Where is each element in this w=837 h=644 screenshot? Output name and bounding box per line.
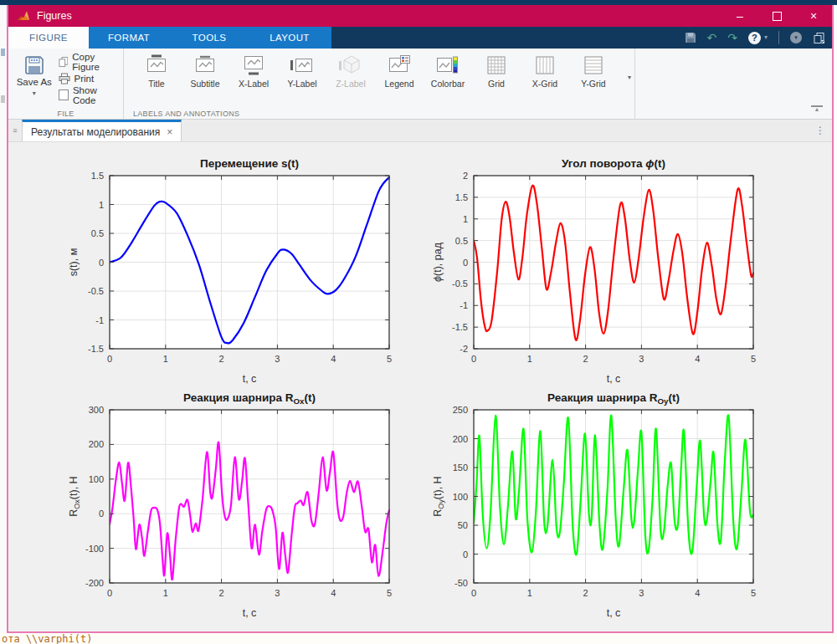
show-code-checkbox[interactable]: Show Code xyxy=(59,88,120,102)
svg-text:200: 200 xyxy=(453,434,468,444)
collapse-ribbon-button[interactable]: ▲ xyxy=(810,105,824,112)
ribbon-button-ylabel[interactable]: Y-Label xyxy=(278,53,326,90)
svg-text:5: 5 xyxy=(387,354,392,364)
plot-rotation-angle: 012345-2-1.5-1-0.500.511.52Угол поворота… xyxy=(424,152,778,387)
xgrid-icon xyxy=(532,54,557,76)
svg-text:-1.5: -1.5 xyxy=(88,344,104,354)
help-icon[interactable]: ? ▾ xyxy=(748,32,768,44)
labels-more-button[interactable]: ▾ xyxy=(628,74,631,81)
maximize-button[interactable] xyxy=(758,5,795,27)
svg-text:1: 1 xyxy=(163,354,168,364)
svg-text:5: 5 xyxy=(387,588,392,598)
svg-text:ϕ(t), рад: ϕ(t), рад xyxy=(432,242,444,282)
labels-buttons: TitleSubtitleX-LabelY-LabelZ-LabelLegend… xyxy=(132,53,618,90)
svg-text:0: 0 xyxy=(99,258,104,268)
ribbon-tab-strip: FIGURE FORMAT TOOLS LAYOUT xyxy=(8,27,331,49)
svg-text:-200: -200 xyxy=(85,578,104,588)
svg-text:Реакция шарнира ROy(t): Реакция шарнира ROy(t) xyxy=(547,391,680,406)
customize-toolbar-icon[interactable]: ▾ xyxy=(790,32,802,43)
svg-text:0: 0 xyxy=(107,588,112,598)
svg-text:3: 3 xyxy=(639,588,644,598)
background-editor-gutter xyxy=(0,5,7,633)
quick-access-toolbar: ↶ ↷ ? ▾ ▾ xyxy=(331,27,832,49)
ribbon-toolbar: Save As ▾ Copy Figure xyxy=(8,49,832,120)
svg-text:-100: -100 xyxy=(85,544,104,554)
svg-text:200: 200 xyxy=(89,439,104,449)
help-caret-icon: ▾ xyxy=(764,34,768,41)
ribbon-button-xlabel[interactable]: X-Label xyxy=(229,53,278,90)
svg-text:s(t), м: s(t), м xyxy=(68,248,80,277)
svg-text:ROy(t), Н: ROy(t), Н xyxy=(432,476,445,516)
file-section-label: FILE xyxy=(8,110,123,118)
ribbon-tab-row: FIGURE FORMAT TOOLS LAYOUT ↶ ↷ ? ▾ xyxy=(8,27,832,49)
copy-window-icon[interactable] xyxy=(813,32,825,43)
svg-text:1: 1 xyxy=(527,354,532,364)
ribbon-button-label: Legend xyxy=(384,79,413,89)
subtitle-icon xyxy=(193,54,218,76)
copy-figure-icon xyxy=(59,56,69,68)
copy-figure-label: Copy Figure xyxy=(72,52,120,72)
figures-window: Figures – × FIGURE FORMAT TOOLS LAYOUT xyxy=(7,5,834,633)
print-button[interactable]: Print xyxy=(59,71,120,85)
collapse-arrow-icon: ▲ xyxy=(810,107,824,112)
tab-tools[interactable]: TOOLS xyxy=(169,27,249,49)
window-titlebar: Figures – × xyxy=(8,5,832,27)
tab-close-icon[interactable]: × xyxy=(167,126,172,138)
print-icon xyxy=(59,73,70,84)
undo-icon[interactable]: ↶ xyxy=(707,32,717,43)
document-tab[interactable]: Результаты моделирования × xyxy=(22,120,182,141)
save-as-icon xyxy=(24,55,44,77)
svg-text:t, с: t, с xyxy=(243,607,257,619)
svg-text:5: 5 xyxy=(751,588,756,598)
document-tab-bar: ≡ Результаты моделирования × ⋮ xyxy=(8,120,832,142)
ribbon-button-colorbar[interactable]: Colorbar xyxy=(424,53,472,90)
plot-reaction-rox: 012345-200-1000100200300Реакция шарнира … xyxy=(59,386,414,621)
ribbon-button-title[interactable]: Title xyxy=(132,53,181,90)
plot-reaction-roy: 012345-50050100150200250Реакция шарнира … xyxy=(424,386,778,621)
save-as-label: Save As xyxy=(17,77,52,87)
ribbon-button-subtitle[interactable]: Subtitle xyxy=(181,53,229,90)
ribbon-button-label: Y-Label xyxy=(287,79,316,89)
toolbar-separator xyxy=(778,31,779,44)
svg-text:300: 300 xyxy=(89,405,104,415)
svg-text:2: 2 xyxy=(463,171,468,181)
desktop-background: ота \\varphi(t) Figures – × FIGURE xyxy=(0,0,837,644)
ribbon-button-label: Colorbar xyxy=(431,79,465,89)
legend-icon xyxy=(387,54,412,76)
tab-overflow-icon[interactable]: ⋮ xyxy=(815,120,825,141)
ribbon-button-ygrid[interactable]: Y-Grid xyxy=(569,53,618,90)
ribbon-button-label: Subtitle xyxy=(190,79,219,89)
zlabel-icon xyxy=(338,54,363,76)
svg-text:t, с: t, с xyxy=(607,607,621,619)
print-label: Print xyxy=(74,74,95,84)
ribbon-button-xgrid[interactable]: X-Grid xyxy=(521,53,569,90)
redo-icon[interactable]: ↷ xyxy=(727,32,737,43)
svg-text:1.5: 1.5 xyxy=(455,192,468,202)
svg-text:0: 0 xyxy=(471,588,476,598)
svg-text:4: 4 xyxy=(331,354,336,364)
tab-figure[interactable]: FIGURE xyxy=(8,27,89,49)
svg-text:0: 0 xyxy=(471,354,476,364)
svg-text:2: 2 xyxy=(583,588,588,598)
help-glyph: ? xyxy=(748,32,761,44)
svg-text:3: 3 xyxy=(275,588,280,598)
ribbon-button-grid[interactable]: Grid xyxy=(472,53,521,90)
copy-figure-button[interactable]: Copy Figure xyxy=(59,54,120,69)
minimize-button[interactable]: – xyxy=(721,5,758,27)
plot-displacement: 012345-1.5-1-0.500.511.5Перемещение s(t)… xyxy=(59,152,414,387)
svg-text:Реакция шарнира ROx(t): Реакция шарнира ROx(t) xyxy=(183,391,316,406)
close-button[interactable]: × xyxy=(795,5,832,27)
svg-text:250: 250 xyxy=(453,405,468,415)
figure-canvas: 012345-1.5-1-0.500.511.5Перемещение s(t)… xyxy=(8,142,832,631)
save-icon[interactable] xyxy=(685,32,696,43)
save-as-button[interactable]: Save As ▾ xyxy=(15,54,54,107)
document-menu-icon[interactable]: ≡ xyxy=(8,120,22,141)
tab-format[interactable]: FORMAT xyxy=(89,27,169,49)
tab-layout[interactable]: LAYOUT xyxy=(249,27,330,49)
ribbon-button-legend[interactable]: Legend xyxy=(375,53,424,90)
ribbon-button-zlabel: Z-Label xyxy=(326,53,375,90)
colorbar-icon xyxy=(435,54,460,76)
svg-text:-0.5: -0.5 xyxy=(452,279,468,289)
svg-text:Перемещение s(t): Перемещение s(t) xyxy=(200,157,299,170)
labels-section-label: LABELS AND ANNOTATIONS xyxy=(133,110,239,118)
